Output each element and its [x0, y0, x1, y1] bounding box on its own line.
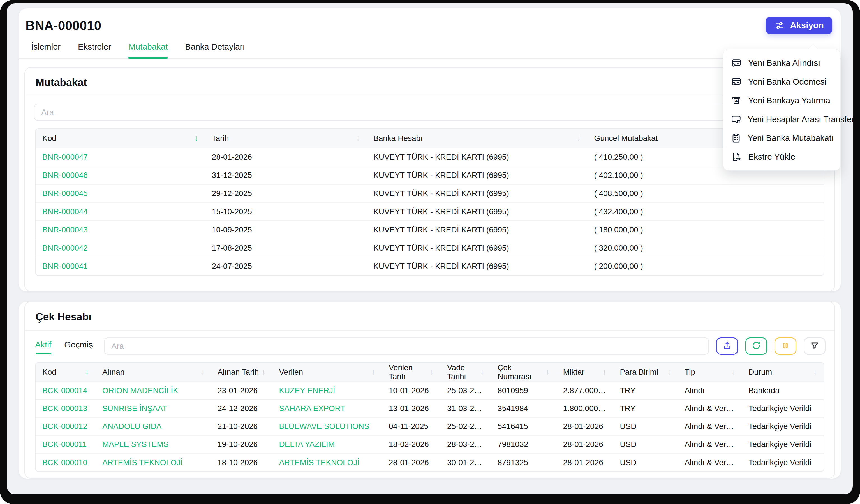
link-alinan[interactable]: ARTEMİS TEKNOLOJİ [102, 458, 183, 467]
export-button[interactable] [716, 337, 738, 355]
column-header-para_birimi[interactable]: Para Birimi↓ [613, 362, 678, 382]
accounts-transfer-icon [731, 114, 742, 125]
link-kod[interactable]: BNR-000042 [42, 243, 88, 252]
link-kod[interactable]: BNR-000044 [42, 207, 88, 216]
link-verilen[interactable]: DELTA YAZILIM [279, 440, 335, 448]
sort-down-icon[interactable]: ↓ [371, 368, 375, 376]
tab-islemler[interactable]: İşlemler [31, 42, 60, 58]
cell-cek_numarasi: 5416415 [491, 417, 556, 435]
cell-guncel_mutabakat: ( 180.000,00 ) [587, 221, 824, 239]
cell-kod: BCK-000010 [35, 453, 96, 471]
column-header-miktar[interactable]: Miktar↓ [556, 362, 613, 382]
pause-button[interactable] [774, 337, 797, 355]
column-header-alinan[interactable]: Alınan↓ [96, 362, 211, 382]
aksiyon-button[interactable]: Aksiyon [766, 17, 832, 34]
cell-tarih: 24-07-2025 [205, 257, 367, 275]
table-row: BNR-00004728-01-2026KUVEYT TÜRK - KREDİ … [35, 148, 824, 166]
column-header-kod[interactable]: Kod↓ [35, 362, 96, 382]
tab-banka-detaylari[interactable]: Banka Detayları [185, 42, 245, 58]
sort-down-icon[interactable]: ↓ [481, 368, 484, 376]
cell-tarih: 29-12-2025 [205, 184, 367, 203]
cell-durum: Tedarikçiye Verildi [742, 453, 824, 471]
column-header-kod[interactable]: Kod↓ [35, 129, 205, 148]
table-row: BNR-00004310-09-2025KUVEYT TÜRK - KREDİ … [35, 221, 824, 239]
link-alinan[interactable]: ORION MADENCİLİK [102, 386, 178, 395]
link-kod[interactable]: BCK-000014 [42, 386, 87, 395]
link-verilen[interactable]: ARTEMİS TEKNOLOJİ [279, 458, 359, 467]
tab-mutabakat[interactable]: Mutabakat [128, 42, 168, 58]
cell-alinan: MAPLE SYSTEMS [96, 435, 211, 453]
cell-alinan: ANADOLU GIDA [96, 417, 211, 435]
cell-alinan_tarih: 23-01-2026 [211, 382, 272, 400]
sort-down-icon[interactable]: ↓ [668, 368, 671, 376]
column-header-durum[interactable]: Durum↓ [742, 362, 824, 382]
sort-down-icon[interactable]: ↓ [85, 368, 89, 376]
tab-aktif[interactable]: Aktif [35, 338, 51, 355]
cell-tarih: 15-10-2025 [205, 203, 367, 221]
mutabakat-search-input[interactable] [34, 104, 826, 121]
link-kod[interactable]: BCK-000013 [42, 404, 87, 413]
refresh-button[interactable] [745, 337, 767, 355]
link-verilen[interactable]: KUZEY ENERJİ [279, 386, 335, 395]
link-kod[interactable]: BCK-000010 [42, 458, 87, 467]
tab-ekstreler[interactable]: Ekstreler [78, 42, 111, 58]
menu-item-label: Yeni Banka Alındısı [748, 58, 820, 68]
cell-verilen_tarih: 13-01-2026 [382, 400, 440, 417]
column-label: Durum [748, 368, 772, 376]
tab-gecmis[interactable]: Geçmiş [64, 338, 93, 355]
link-alinan[interactable]: MAPLE SYSTEMS [102, 440, 169, 448]
sort-down-icon[interactable]: ↓ [262, 368, 266, 376]
column-header-vade_tarihi[interactable]: Vade Tarihi↓ [440, 362, 491, 382]
table-row: BCK-000013SUNRISE İNŞAAT24-12-2026SAHARA… [35, 400, 824, 417]
column-header-banka_hesabi[interactable]: Banka Hesabı↓ [367, 129, 587, 148]
link-kod[interactable]: BNR-000041 [42, 262, 88, 270]
sort-down-icon[interactable]: ↓ [546, 368, 550, 376]
menu-item-yeni-banka-alindisi[interactable]: Yeni Banka Alındısı [723, 54, 840, 72]
sort-down-icon[interactable]: ↓ [731, 368, 735, 376]
menu-item-yeni-banka-odemesi[interactable]: Yeni Banka Ödemesi [723, 72, 840, 91]
filter-button[interactable] [804, 337, 826, 355]
column-label: Vade Tarihi [447, 363, 478, 381]
cell-kod: BCK-000011 [35, 435, 96, 453]
link-kod[interactable]: BNR-000046 [42, 171, 88, 179]
sort-down-icon[interactable]: ↓ [200, 368, 204, 376]
link-kod[interactable]: BCK-000011 [42, 440, 87, 448]
menu-item-ekstre-yukle[interactable]: CSV Ekstre Yükle [723, 147, 840, 166]
menu-item-yeni-hesaplar-arasi-transfer[interactable]: Yeni Hesaplar Arası Transfer [723, 110, 840, 129]
sort-down-icon[interactable]: ↓ [814, 368, 817, 376]
link-kod[interactable]: BNR-000047 [42, 153, 88, 161]
cell-vade_tarihi: 28-03-2026 [440, 435, 491, 453]
sort-down-icon[interactable]: ↓ [577, 134, 581, 143]
menu-item-yeni-bankaya-yatirma[interactable]: ¥ Yeni Bankaya Yatırma [723, 91, 840, 110]
column-header-verilen[interactable]: Verilen↓ [272, 362, 382, 382]
column-label: Kod [42, 368, 56, 376]
column-header-alinan_tarih[interactable]: Alınan Tarih↓ [211, 362, 272, 382]
column-header-tip[interactable]: Tip↓ [678, 362, 742, 382]
link-alinan[interactable]: SUNRISE İNŞAAT [102, 404, 167, 413]
mutabakat-table-container: Kod↓Tarih↓Banka Hesabı↓Güncel Mutabakat↓… [35, 128, 825, 276]
sort-down-icon[interactable]: ↓ [603, 368, 606, 376]
cell-cek_numarasi: 7981032 [491, 435, 556, 453]
sort-down-icon[interactable]: ↓ [356, 134, 360, 143]
svg-text:¥: ¥ [735, 99, 738, 103]
cell-kod: BCK-000013 [35, 400, 96, 417]
link-verilen[interactable]: SAHARA EXPORT [279, 404, 345, 413]
column-header-tarih[interactable]: Tarih↓ [205, 129, 367, 148]
link-kod[interactable]: BNR-000043 [42, 225, 88, 234]
menu-item-label: Yeni Banka Mutabakatı [748, 133, 834, 143]
menu-item-yeni-banka-mutabakati[interactable]: Yeni Banka Mutabakatı [723, 129, 840, 147]
table-row: BNR-00004217-08-2025KUVEYT TÜRK - KREDİ … [35, 239, 824, 257]
cek-search-input[interactable] [104, 337, 709, 355]
cell-miktar: 2.877.000,00 [556, 382, 613, 400]
link-verilen[interactable]: BLUEWAVE SOLUTIONS [279, 422, 369, 431]
column-header-verilen_tarih[interactable]: Verilen Tarih↓ [382, 362, 440, 382]
column-header-cek_numarasi[interactable]: Çek Numarası↓ [491, 362, 556, 382]
column-label: Alınan Tarih [217, 368, 259, 376]
link-kod[interactable]: BNR-000045 [42, 189, 88, 198]
link-alinan[interactable]: ANADOLU GIDA [102, 422, 162, 431]
cell-kod: BNR-000041 [35, 257, 205, 275]
sort-down-icon[interactable]: ↓ [195, 134, 199, 143]
cell-miktar: 1.800.000,00 [556, 400, 613, 417]
link-kod[interactable]: BCK-000012 [42, 422, 87, 431]
sort-down-icon[interactable]: ↓ [430, 368, 434, 376]
